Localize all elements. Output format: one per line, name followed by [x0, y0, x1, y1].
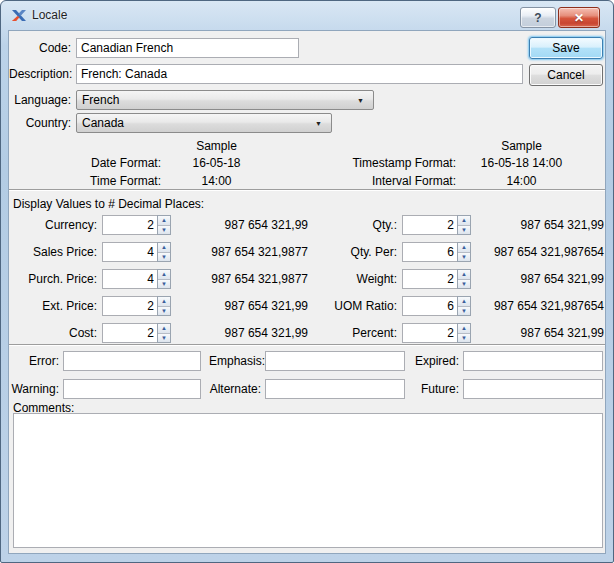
spin-up-button[interactable]: ▲: [158, 297, 170, 306]
language-select[interactable]: French ▼: [76, 90, 374, 110]
uom-ratio-label: UOM Ratio:: [299, 296, 397, 316]
divider: [9, 189, 605, 191]
purch-price-input[interactable]: [102, 269, 157, 289]
expired-input[interactable]: [463, 351, 603, 371]
spin-down-icon: ▼: [161, 281, 167, 287]
alternate-input[interactable]: [265, 379, 405, 399]
spin-down-icon: ▼: [161, 254, 167, 260]
purch-price-spinner: ▲▼: [102, 269, 171, 289]
warning-label: Warning:: [9, 379, 59, 399]
spin-down-icon: ▼: [161, 308, 167, 314]
currency-spinner: ▲▼: [102, 215, 171, 235]
country-value: Canada: [82, 116, 124, 130]
qty-input[interactable]: [402, 215, 457, 235]
decimals-section-label: Display Values to # Decimal Places:: [13, 194, 204, 214]
help-button[interactable]: ?: [520, 7, 556, 28]
dialog-content: Code: Save Description: Cancel Language:…: [8, 30, 606, 554]
spin-up-icon: ▲: [461, 217, 467, 223]
alternate-label: Alternate:: [209, 379, 261, 399]
code-input[interactable]: [76, 38, 299, 58]
spin-down-icon: ▼: [161, 227, 167, 233]
dropdown-arrow-icon: ▼: [315, 120, 322, 127]
qty-per-label: Qty. Per:: [299, 242, 397, 262]
uom-ratio-spinner: ▲▼: [402, 296, 471, 316]
uom-ratio-sample: 987 654 321,987654: [469, 296, 604, 316]
spin-up-icon: ▲: [461, 244, 467, 250]
qty-per-spinner: ▲▼: [402, 242, 471, 262]
ext-price-input[interactable]: [102, 296, 157, 316]
title-bar[interactable]: Locale ? ✕: [1, 1, 613, 30]
spin-down-icon: ▼: [461, 335, 467, 341]
spin-up-icon: ▲: [461, 298, 467, 304]
help-icon: ?: [534, 11, 541, 25]
country-label: Country:: [9, 113, 71, 133]
error-label: Error:: [9, 351, 59, 371]
error-input[interactable]: [63, 351, 201, 371]
spin-down-button[interactable]: ▼: [158, 279, 170, 289]
expired-label: Expired:: [413, 351, 459, 371]
locale-dialog: Locale ? ✕ Code: Save Description: Cance…: [0, 0, 614, 563]
purch-price-label: Purch. Price:: [9, 269, 97, 289]
spin-up-button[interactable]: ▲: [158, 270, 170, 279]
close-button[interactable]: ✕: [558, 7, 600, 28]
sales-price-label: Sales Price:: [9, 242, 97, 262]
interval-format-label: Interval Format:: [239, 171, 456, 191]
description-input[interactable]: [76, 64, 523, 84]
cancel-button[interactable]: Cancel: [529, 64, 603, 86]
qty-spinner: ▲▼: [402, 215, 471, 235]
spin-up-icon: ▲: [161, 271, 167, 277]
spin-up-icon: ▲: [161, 244, 167, 250]
ext-price-label: Ext. Price:: [9, 296, 97, 316]
save-button-label: Save: [552, 41, 579, 55]
spin-down-icon: ▼: [461, 254, 467, 260]
weight-input[interactable]: [402, 269, 457, 289]
window-title: Locale: [32, 8, 67, 22]
language-value: French: [82, 93, 119, 107]
spin-up-icon: ▲: [161, 217, 167, 223]
future-label: Future:: [413, 379, 459, 399]
percent-label: Percent:: [299, 323, 397, 343]
qty-label: Qty.:: [299, 215, 397, 235]
cost-label: Cost:: [9, 323, 97, 343]
future-input[interactable]: [463, 379, 603, 399]
qty-sample: 987 654 321,99: [469, 215, 604, 235]
divider: [9, 344, 605, 346]
qty-per-sample: 987 654 321,987654: [469, 242, 604, 262]
spin-down-button[interactable]: ▼: [158, 333, 170, 343]
spin-up-icon: ▲: [161, 325, 167, 331]
dropdown-arrow-icon: ▼: [357, 97, 364, 104]
app-icon: [11, 8, 27, 24]
ext-price-spinner: ▲▼: [102, 296, 171, 316]
comments-textarea[interactable]: [13, 413, 603, 548]
cost-spinner: ▲▼: [102, 323, 171, 343]
spin-down-button[interactable]: ▼: [158, 306, 170, 316]
cost-input[interactable]: [102, 323, 157, 343]
weight-sample: 987 654 321,99: [469, 269, 604, 289]
spin-down-button[interactable]: ▼: [158, 252, 170, 262]
uom-ratio-input[interactable]: [402, 296, 457, 316]
percent-input[interactable]: [402, 323, 457, 343]
spin-up-button[interactable]: ▲: [158, 216, 170, 225]
timestamp-format-sample: 16-05-18 14:00: [464, 153, 579, 173]
sales-price-input[interactable]: [102, 242, 157, 262]
interval-format-sample: 14:00: [464, 171, 579, 191]
cancel-button-label: Cancel: [547, 68, 584, 82]
description-label: Description:: [9, 64, 71, 84]
spin-down-button[interactable]: ▼: [158, 225, 170, 235]
spin-up-button[interactable]: ▲: [158, 243, 170, 252]
qty-per-input[interactable]: [402, 242, 457, 262]
spin-up-button[interactable]: ▲: [158, 324, 170, 333]
weight-spinner: ▲▼: [402, 269, 471, 289]
currency-label: Currency:: [9, 215, 97, 235]
emphasis-input[interactable]: [265, 351, 405, 371]
spin-up-icon: ▲: [161, 298, 167, 304]
warning-input[interactable]: [63, 379, 201, 399]
currency-input[interactable]: [102, 215, 157, 235]
time-format-label: Time Format:: [9, 171, 161, 191]
country-select[interactable]: Canada ▼: [76, 113, 332, 133]
sales-price-spinner: ▲▼: [102, 242, 171, 262]
save-button[interactable]: Save: [529, 37, 603, 59]
timestamp-format-label: Timestamp Format:: [239, 153, 456, 173]
sales-price-sample: 987 654 321,9877: [179, 242, 308, 262]
purch-price-sample: 987 654 321,9877: [179, 269, 308, 289]
